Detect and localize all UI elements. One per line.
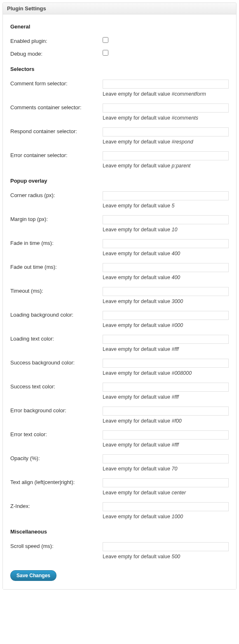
fade-out-time-input[interactable] — [103, 263, 229, 272]
comment-form-selector-label: Comment form selector: — [10, 80, 103, 87]
save-changes-button[interactable]: Save Changes — [10, 570, 56, 581]
corner-radius-hint: Leave empty for default value 5 — [103, 203, 229, 209]
debug-mode-label: Debug mode: — [10, 50, 103, 57]
error-container-selector-input[interactable] — [103, 151, 229, 160]
corner-radius-label: Corner radius (px): — [10, 191, 103, 198]
panel-body: General Enabled plugin: Debug mode: Sele… — [3, 14, 236, 589]
fade-in-time-label: Fade in time (ms): — [10, 239, 103, 246]
field-timeout: Timeout (ms): Leave empty for default va… — [10, 287, 229, 304]
field-scroll-speed: Scroll speed (ms): Leave empty for defau… — [10, 542, 229, 559]
field-comments-container-selector: Comments container selector: Leave empty… — [10, 103, 229, 121]
respond-container-selector-input[interactable] — [103, 127, 229, 136]
timeout-label: Timeout (ms): — [10, 287, 103, 294]
field-comment-form-selector: Comment form selector: Leave empty for d… — [10, 80, 229, 97]
opacity-hint: Leave empty for default value 70 — [103, 466, 229, 472]
scroll-speed-input[interactable] — [103, 542, 229, 551]
success-text-color-hint: Leave empty for default value #fff — [103, 394, 229, 400]
section-title-popup-overlay: Popup overlay — [10, 178, 229, 184]
text-align-hint: Leave empty for default value center — [103, 490, 229, 496]
loading-text-color-hint: Leave empty for default value #fff — [103, 346, 229, 352]
field-opacity: Opacity (%): Leave empty for default val… — [10, 454, 229, 472]
field-error-container-selector: Error container selector: Leave empty fo… — [10, 151, 229, 169]
enabled-plugin-label: Enabled plugin: — [10, 37, 103, 44]
text-align-label: Text align (left|center|right): — [10, 478, 103, 485]
loading-text-color-label: Loading text color: — [10, 335, 103, 342]
debug-mode-checkbox[interactable] — [103, 50, 108, 56]
field-text-align: Text align (left|center|right): Leave em… — [10, 478, 229, 496]
corner-radius-input[interactable] — [103, 191, 229, 200]
z-index-hint: Leave empty for default value 1000 — [103, 514, 229, 519]
field-error-bg-color: Error background color: Leave empty for … — [10, 407, 229, 424]
comments-container-selector-input[interactable] — [103, 103, 229, 113]
comments-container-selector-hint: Leave empty for default value #comments — [103, 115, 229, 121]
success-bg-color-input[interactable] — [103, 359, 229, 368]
opacity-input[interactable] — [103, 454, 229, 463]
error-bg-color-label: Error background color: — [10, 407, 103, 414]
success-bg-color-hint: Leave empty for default value #008000 — [103, 370, 229, 376]
respond-container-selector-hint: Leave empty for default value #respond — [103, 139, 229, 145]
field-loading-bg-color: Loading background color: Leave empty fo… — [10, 311, 229, 328]
enabled-plugin-checkbox[interactable] — [103, 37, 108, 43]
field-enabled-plugin: Enabled plugin: — [10, 37, 229, 44]
loading-text-color-input[interactable] — [103, 335, 229, 344]
z-index-label: Z-Index: — [10, 502, 103, 509]
section-title-selectors: Selectors — [10, 66, 229, 72]
margin-top-hint: Leave empty for default value 10 — [103, 227, 229, 233]
timeout-hint: Leave empty for default value 3000 — [103, 298, 229, 304]
field-debug-mode: Debug mode: — [10, 50, 229, 57]
comments-container-selector-label: Comments container selector: — [10, 103, 103, 110]
field-success-bg-color: Success background color: Leave empty fo… — [10, 359, 229, 376]
plugin-settings-panel: Plugin Settings General Enabled plugin: … — [2, 2, 237, 590]
fade-in-time-input[interactable] — [103, 239, 229, 248]
error-text-color-input[interactable] — [103, 430, 229, 440]
timeout-input[interactable] — [103, 287, 229, 296]
error-text-color-hint: Leave empty for default value #fff — [103, 442, 229, 448]
section-title-general: General — [10, 24, 229, 30]
loading-bg-color-hint: Leave empty for default value #000 — [103, 322, 229, 328]
panel-title: Plugin Settings — [3, 3, 236, 14]
comment-form-selector-hint: Leave empty for default value #commentfo… — [103, 91, 229, 97]
fade-out-time-label: Fade out time (ms): — [10, 263, 103, 270]
field-margin-top: Margin top (px): Leave empty for default… — [10, 215, 229, 233]
error-container-selector-label: Error container selector: — [10, 151, 103, 158]
success-text-color-label: Success text color: — [10, 383, 103, 390]
fade-in-time-hint: Leave empty for default value 400 — [103, 251, 229, 256]
scroll-speed-hint: Leave empty for default value 500 — [103, 554, 229, 559]
field-success-text-color: Success text color: Leave empty for defa… — [10, 383, 229, 400]
loading-bg-color-label: Loading background color: — [10, 311, 103, 318]
submit-row: Save Changes — [10, 570, 229, 581]
success-bg-color-label: Success background color: — [10, 359, 103, 366]
z-index-input[interactable] — [103, 502, 229, 511]
field-corner-radius: Corner radius (px): Leave empty for defa… — [10, 191, 229, 209]
margin-top-input[interactable] — [103, 215, 229, 224]
loading-bg-color-input[interactable] — [103, 311, 229, 320]
opacity-label: Opacity (%): — [10, 454, 103, 461]
field-fade-out-time: Fade out time (ms): Leave empty for defa… — [10, 263, 229, 280]
respond-container-selector-label: Respond container selector: — [10, 127, 103, 134]
success-text-color-input[interactable] — [103, 383, 229, 392]
field-z-index: Z-Index: Leave empty for default value 1… — [10, 502, 229, 519]
section-title-miscellaneous: Miscellaneous — [10, 529, 229, 535]
field-error-text-color: Error text color: Leave empty for defaul… — [10, 430, 229, 448]
field-fade-in-time: Fade in time (ms): Leave empty for defau… — [10, 239, 229, 256]
margin-top-label: Margin top (px): — [10, 215, 103, 222]
field-loading-text-color: Loading text color: Leave empty for defa… — [10, 335, 229, 352]
scroll-speed-label: Scroll speed (ms): — [10, 542, 103, 549]
error-text-color-label: Error text color: — [10, 430, 103, 437]
error-bg-color-input[interactable] — [103, 407, 229, 416]
error-bg-color-hint: Leave empty for default value #f00 — [103, 418, 229, 424]
comment-form-selector-input[interactable] — [103, 80, 229, 89]
fade-out-time-hint: Leave empty for default value 400 — [103, 275, 229, 280]
field-respond-container-selector: Respond container selector: Leave empty … — [10, 127, 229, 145]
text-align-input[interactable] — [103, 478, 229, 487]
error-container-selector-hint: Leave empty for default value p:parent — [103, 163, 229, 169]
